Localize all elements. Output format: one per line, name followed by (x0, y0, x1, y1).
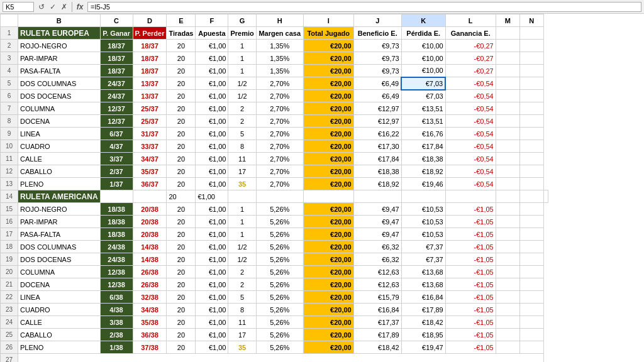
cell-apuesta[interactable]: €1,00 (196, 329, 228, 341)
cell-perdida[interactable]: €7,03 (401, 77, 445, 90)
col-header-L[interactable]: L (445, 14, 496, 27)
col-header-B[interactable]: B (18, 14, 101, 27)
cell-F1[interactable]: Apuesta (196, 27, 228, 40)
cell-ganancia[interactable]: -€0,54 (445, 115, 496, 128)
cell-margen-casa[interactable]: 5,26% (256, 329, 303, 341)
cell-beneficio[interactable]: €9,73 (353, 52, 401, 65)
cell-total-jugado[interactable]: €20,00 (303, 102, 353, 115)
table-row[interactable]: 24CALLE3/3835/3820€1,00115,26%€20,00€17,… (1, 316, 548, 329)
cell-tiradas[interactable]: 20 (167, 316, 196, 329)
cell-premio[interactable]: 5 (228, 291, 256, 304)
cell-apuesta[interactable]: €1,00 (196, 266, 228, 278)
cell-beneficio[interactable]: €9,73 (353, 40, 401, 52)
cell-premio[interactable]: 17 (228, 165, 256, 178)
cell-margen-casa[interactable]: 2,70% (256, 165, 303, 178)
cell-ganancia[interactable]: -€1,05 (445, 291, 496, 304)
cell-apuesta[interactable]: €1,00 (196, 102, 228, 115)
col-header-K[interactable]: K (401, 14, 445, 27)
cell-p-perder[interactable]: 20/38 (133, 203, 167, 216)
cell-total-jugado[interactable]: €20,00 (303, 128, 353, 140)
cell-tiradas[interactable]: 20 (167, 102, 196, 115)
cell-p-perder[interactable]: 13/37 (133, 90, 167, 102)
cell-tiradas[interactable]: 20 (167, 228, 196, 241)
cell-premio[interactable]: 1/2 (228, 90, 256, 102)
cell-p-ganar[interactable]: 24/37 (100, 77, 133, 90)
cell-apuesta[interactable]: €1,00 (196, 216, 228, 228)
cell-tiradas[interactable]: 20 (167, 216, 196, 228)
cell-ganancia[interactable]: -€1,05 (445, 341, 496, 354)
cell-premio[interactable]: 1 (228, 228, 256, 241)
cell-total-jugado[interactable]: €20,00 (303, 316, 353, 329)
cell-G1[interactable]: Premio (228, 27, 256, 40)
cell-perdida[interactable]: €7,37 (401, 241, 445, 253)
cell-p-ganar[interactable]: 24/37 (100, 90, 133, 102)
cell-total-jugado[interactable]: €20,00 (303, 329, 353, 341)
cell-name[interactable]: CALLE (18, 316, 101, 329)
cell-beneficio[interactable]: €12,63 (353, 278, 401, 291)
cell-beneficio[interactable]: €18,42 (353, 341, 401, 354)
cell-margen-casa[interactable]: 2,70% (256, 102, 303, 115)
cell-p-perder[interactable]: 33/37 (133, 140, 167, 153)
cell-premio[interactable]: 8 (228, 304, 256, 316)
cell-p-ganar[interactable]: 1/38 (100, 341, 133, 354)
col-header-N[interactable]: N (519, 14, 543, 27)
cell-tiradas[interactable]: 20 (167, 241, 196, 253)
cell-p-perder[interactable]: 18/37 (133, 40, 167, 52)
cell-premio[interactable]: 1 (228, 52, 256, 65)
cell-tiradas[interactable]: 20 (167, 40, 196, 52)
cell-name[interactable]: CALLE (18, 153, 101, 165)
cell-p-ganar[interactable]: 12/38 (100, 266, 133, 278)
cell-beneficio[interactable]: €17,30 (353, 140, 401, 153)
cell-p-perder[interactable]: 34/37 (133, 153, 167, 165)
cell-premio[interactable]: 1/2 (228, 77, 256, 90)
table-row[interactable]: 17PASA-FALTA18/3820/3820€1,0015,26%€20,0… (1, 228, 548, 241)
cell-ganancia[interactable]: -€0,54 (445, 153, 496, 165)
cell-name[interactable]: CUADRO (18, 304, 101, 316)
cell-premio[interactable]: 35 (228, 178, 256, 190)
cell-beneficio[interactable]: €17,84 (353, 153, 401, 165)
cell-margen-casa[interactable]: 2,70% (256, 178, 303, 190)
table-row[interactable]: 7COLUMNA12/3725/3720€1,0022,70%€20,00€12… (1, 102, 548, 115)
cell-beneficio[interactable]: €6,32 (353, 253, 401, 266)
cell-total-jugado[interactable]: €20,00 (303, 52, 353, 65)
cell-p-perder[interactable]: 18/37 (133, 52, 167, 65)
cell-premio[interactable]: 2 (228, 115, 256, 128)
cell-margen-casa[interactable]: 2,70% (256, 153, 303, 165)
cell-name[interactable]: ROJO-NEGRO (18, 40, 101, 52)
cell-margen-casa[interactable]: 1,35% (256, 40, 303, 52)
col-header-D[interactable]: D (133, 14, 167, 27)
cell-apuesta[interactable]: €1,00 (196, 153, 228, 165)
cell-perdida[interactable]: €19,47 (401, 341, 445, 354)
cell-D1[interactable]: P. Perder (133, 27, 167, 40)
cell-name[interactable]: CABALLO (18, 165, 101, 178)
cell-ganancia[interactable]: -€1,05 (445, 228, 496, 241)
cell-tiradas[interactable]: 20 (167, 140, 196, 153)
cell-p-ganar[interactable]: 12/37 (100, 102, 133, 115)
cell-premio[interactable]: 11 (228, 316, 256, 329)
cell-apuesta[interactable]: €1,00 (196, 40, 228, 52)
cell-ganancia[interactable]: -€1,05 (445, 241, 496, 253)
cell-p-perder[interactable]: 25/37 (133, 102, 167, 115)
cell-perdida[interactable]: €17,89 (401, 304, 445, 316)
cell-apuesta[interactable]: €1,00 (196, 278, 228, 291)
table-row[interactable]: 4PASA-FALTA18/3718/3720€1,0011,35%€20,00… (1, 65, 548, 77)
cell-perdida[interactable]: €10,53 (401, 203, 445, 216)
confirm-icon[interactable]: ✓ (48, 3, 58, 11)
cell-p-perder[interactable]: 31/37 (133, 128, 167, 140)
formula-input[interactable] (87, 2, 641, 12)
cell-total-jugado[interactable]: €20,00 (303, 165, 353, 178)
table-row[interactable]: 6DOS DOCENAS24/3713/3720€1,001/22,70%€20… (1, 90, 548, 102)
cell-p-perder[interactable]: 34/38 (133, 304, 167, 316)
cell-margen-casa[interactable]: 2,70% (256, 140, 303, 153)
cell-apuesta[interactable]: €1,00 (196, 241, 228, 253)
cell-apuesta[interactable]: €1,00 (196, 203, 228, 216)
cell-ganancia[interactable]: -€0,54 (445, 90, 496, 102)
cell-perdida[interactable]: €18,92 (401, 165, 445, 178)
cell-tiradas[interactable]: 20 (167, 253, 196, 266)
cell-total-jugado[interactable]: €20,00 (303, 304, 353, 316)
cell-perdida[interactable]: €10,00 (401, 52, 445, 65)
cell-B1[interactable]: RULETA EUROPEA (18, 27, 101, 40)
cell-ganancia[interactable]: -€1,05 (445, 329, 496, 341)
cell-total-jugado[interactable]: €20,00 (303, 140, 353, 153)
col-header-E[interactable]: E (167, 14, 196, 27)
